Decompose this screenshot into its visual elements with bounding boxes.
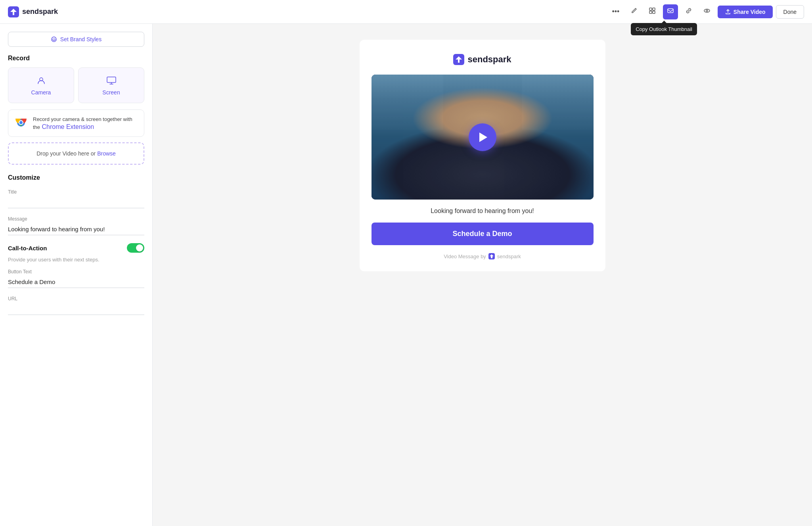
preview-brand-name: sendspark [467,54,511,65]
eye-icon [703,7,710,16]
edit-button[interactable] [626,4,642,19]
cta-toggle[interactable] [127,243,144,253]
svg-rect-12 [107,77,116,83]
cta-button-label: Schedule a Demo [452,230,512,238]
chrome-ext-description: Record your camera & screen together wit… [33,115,138,131]
footer-text: Video Message by [444,253,486,259]
button-text-field-group: Button Text [8,269,144,288]
url-label: URL [8,296,144,301]
app-header: sendspark ••• [0,0,812,24]
svg-rect-20 [522,75,594,130]
share-video-button[interactable]: Share Video [718,6,773,18]
outlook-button[interactable] [663,4,678,19]
button-text-input[interactable] [8,276,144,288]
preview-brand-logo: sendspark [453,54,511,65]
svg-point-6 [704,9,710,12]
preview-footer: Video Message by sendspark [444,253,521,259]
svg-rect-2 [653,8,655,10]
preview-message: Looking forward to hearing from you! [431,207,534,215]
record-section-title: Record [8,55,144,62]
camera-label: Camera [31,89,51,96]
footer-logo-icon [488,253,495,259]
link-button[interactable] [681,4,696,19]
gallery-icon [649,7,656,16]
chrome-icon [14,115,28,130]
brand-button-label: Set Brand Styles [60,36,102,42]
message-label: Message [8,216,144,222]
video-thumbnail [372,75,594,200]
cta-hint: Provide your users with their next steps… [8,257,144,263]
drop-zone-text: Drop your Video here or [36,150,96,157]
chrome-ext-link[interactable]: Chrome Extension [42,123,94,130]
more-icon: ••• [612,8,619,16]
svg-rect-19 [372,75,443,130]
svg-point-16 [19,121,23,124]
title-label: Title [8,189,144,195]
outlook-tooltip: Copy Outlook Thumbnail [631,23,697,35]
done-button[interactable]: Done [776,5,804,19]
outlook-icon [667,7,674,16]
cta-label: Call-to-Action [8,245,47,251]
brand-icon [51,36,57,42]
chrome-extension-box: Record your camera & screen together wit… [8,109,144,137]
share-icon [725,9,731,15]
preview-card: sendspark [360,40,605,271]
browse-link[interactable]: Browse [97,150,116,157]
video-drop-zone[interactable]: Drop your Video here or Browse [8,142,144,165]
svg-rect-5 [668,9,673,13]
svg-point-9 [53,38,54,39]
play-button[interactable] [469,123,496,151]
gallery-button[interactable] [645,4,660,19]
footer-brand: sendspark [497,253,521,259]
svg-point-7 [706,10,708,12]
title-input[interactable] [8,196,144,208]
play-triangle-icon [479,132,487,142]
preview-area: sendspark [153,24,812,526]
sidebar: Set Brand Styles Record Camera Screen [0,24,153,526]
screen-icon [106,75,117,86]
svg-rect-4 [653,11,655,13]
customize-section-title: Customize [8,174,144,181]
header-actions: ••• [608,4,804,19]
edit-icon [630,7,638,16]
done-label: Done [783,9,797,15]
main-layout: Set Brand Styles Record Camera Screen [0,24,812,526]
title-field-group: Title [8,189,144,208]
svg-point-10 [54,38,55,39]
url-field-group: URL [8,296,144,315]
record-options: Camera Screen [8,67,144,103]
app-logo: sendspark [8,6,58,17]
url-input[interactable] [8,303,144,315]
cta-row: Call-to-Action [8,243,144,253]
camera-option[interactable]: Camera [8,67,74,103]
brand-styles-button[interactable]: Set Brand Styles [8,32,144,47]
sendspark-logo-icon [8,6,19,17]
screen-label: Screen [102,89,120,96]
svg-point-8 [52,37,56,42]
camera-icon [36,75,47,86]
cta-preview-button[interactable]: Schedule a Demo [372,223,594,245]
logo-text: sendspark [22,8,58,16]
more-menu-button[interactable]: ••• [608,4,623,19]
share-button-label: Share Video [733,9,766,15]
button-text-label: Button Text [8,269,144,275]
message-field-group: Message [8,216,144,235]
svg-rect-1 [649,8,652,10]
screen-option[interactable]: Screen [78,67,144,103]
preview-logo-icon [453,54,464,65]
svg-rect-3 [649,11,652,13]
preview-button[interactable] [699,4,714,19]
video-container [372,75,594,200]
link-icon [685,7,692,16]
message-input[interactable] [8,223,144,235]
